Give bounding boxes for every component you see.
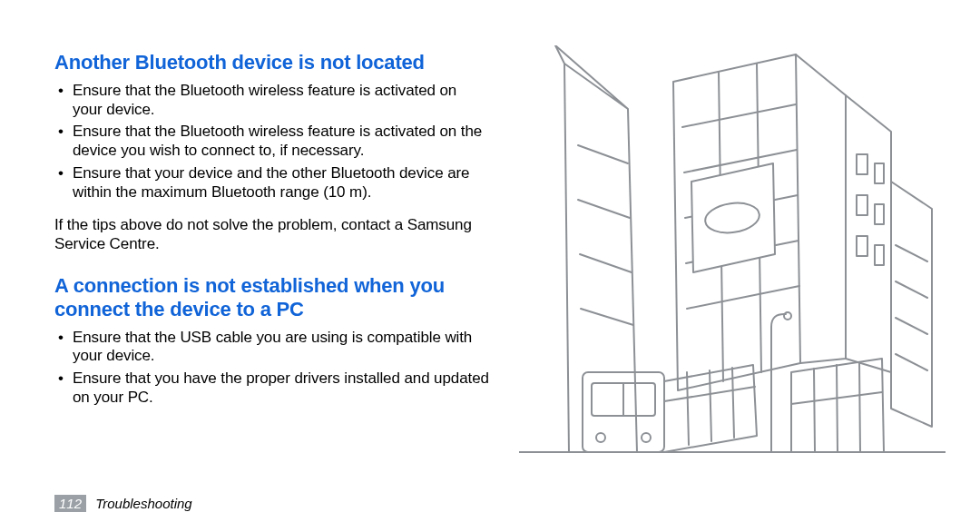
cityscape-icon (519, 45, 946, 463)
svg-rect-22 (857, 154, 867, 174)
svg-rect-27 (875, 245, 884, 265)
svg-line-12 (710, 370, 711, 441)
svg-line-4 (581, 309, 633, 325)
content-column: Another Bluetooth device is not located … (54, 51, 490, 408)
svg-rect-23 (875, 163, 884, 183)
svg-line-30 (896, 318, 927, 334)
svg-line-11 (687, 372, 689, 445)
svg-line-2 (578, 200, 630, 218)
svg-rect-24 (857, 195, 867, 215)
list-item: Ensure that you have the proper drivers … (58, 369, 490, 407)
svg-line-15 (684, 150, 797, 172)
page-footer: 112 Troubleshooting (54, 495, 192, 512)
svg-line-14 (682, 104, 796, 127)
svg-line-29 (896, 281, 927, 298)
svg-line-32 (814, 369, 815, 452)
page-number: 112 (54, 495, 86, 512)
svg-line-1 (578, 145, 628, 163)
section1-bullet-list: Ensure that the Bluetooth wireless featu… (58, 82, 490, 202)
svg-rect-26 (857, 236, 867, 256)
list-item: Ensure that your device and the other Bl… (58, 164, 490, 202)
section-title: Troubleshooting (95, 496, 191, 511)
cityscape-illustration (519, 45, 946, 463)
list-item: Ensure that the USB cable you are using … (58, 329, 490, 366)
list-item: Ensure that the Bluetooth wireless featu… (58, 123, 490, 160)
manual-page: Another Bluetooth device is not located … (0, 0, 980, 532)
svg-line-18 (687, 286, 799, 309)
svg-line-28 (896, 245, 927, 261)
svg-rect-25 (875, 204, 884, 224)
svg-point-8 (596, 433, 605, 442)
svg-line-3 (580, 254, 632, 272)
svg-line-31 (896, 354, 927, 370)
svg-line-33 (837, 365, 838, 452)
list-item: Ensure that the Bluetooth wireless featu… (58, 82, 490, 119)
section2-heading: A connection is not established when you… (54, 274, 490, 321)
svg-point-37 (784, 312, 791, 320)
svg-point-9 (642, 433, 651, 442)
section2-bullet-list: Ensure that the USB cable you are using … (58, 329, 490, 408)
section1-heading: Another Bluetooth device is not located (54, 51, 490, 74)
svg-line-34 (859, 362, 860, 452)
section1-note: If the tips above do not solve the probl… (54, 216, 490, 253)
